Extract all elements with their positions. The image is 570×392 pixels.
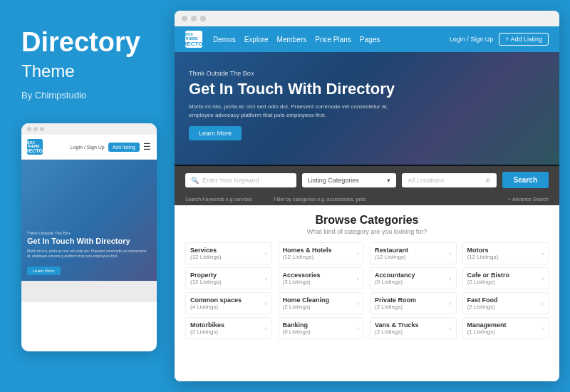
category-info: Homes & Hotels (12 Listings) — [283, 247, 332, 260]
search-input-wrap[interactable]: 🔍 Enter Your Keyword — [185, 173, 296, 187]
category-name: Property — [190, 272, 222, 279]
chevron-right-icon: › — [542, 325, 544, 332]
mobile-login[interactable]: Login / Sign Up — [71, 145, 105, 150]
category-info: Services (12 Listings) — [190, 247, 222, 260]
desktop-nav-right: Login / Sign Up + Add Listing — [450, 33, 549, 46]
mobile-logo-top: BOX THEME — [27, 141, 43, 148]
category-info: Management (1 Listings) — [467, 321, 507, 335]
mobile-hero-small: Think Outside The Box — [27, 231, 151, 235]
category-count: (12 Listings) — [467, 254, 499, 260]
mobile-add-button[interactable]: Add listing — [108, 143, 140, 152]
nav-price-plans[interactable]: Price Plans — [315, 36, 351, 43]
category-info: Common spaces (4 Listings) — [190, 296, 242, 310]
chevron-right-icon: › — [357, 275, 359, 282]
mobile-logo: BOX THEME DIRECTORY — [27, 139, 43, 155]
desktop-hero-button[interactable]: Learn More — [189, 126, 242, 140]
nav-pages[interactable]: Pages — [360, 36, 380, 43]
chevron-down-icon: ▾ — [387, 177, 390, 184]
category-count: (4 Listings) — [190, 304, 242, 310]
mobile-hero-title: Get In Touch With Directory — [27, 237, 151, 246]
mobile-nav-right: Login / Sign Up Add listing ☰ — [71, 142, 151, 152]
categories-title: Browse Categories — [185, 214, 549, 227]
category-item[interactable]: Private Room (2 Listings) › — [370, 292, 457, 314]
chevron-right-icon: › — [357, 250, 359, 257]
category-count: (1 Listings) — [467, 329, 507, 335]
category-name: Motors — [467, 247, 499, 254]
category-item[interactable]: Banking (0 Listings) › — [278, 317, 365, 339]
category-item[interactable]: Common spaces (4 Listings) › — [185, 292, 272, 314]
search-input-placeholder: Enter Your Keyword — [202, 177, 259, 184]
titlebar-dot1 — [182, 16, 187, 21]
mobile-nav: BOX THEME DIRECTORY Login / Sign Up Add … — [21, 135, 157, 160]
category-count: (2 Listings) — [467, 279, 510, 285]
nav-demos[interactable]: Demos — [213, 36, 236, 43]
mobile-logo-icon: BOX THEME DIRECTORY — [27, 139, 43, 155]
category-count: (0 Listings) — [283, 329, 311, 335]
desktop-login-link[interactable]: Login / Sign Up — [450, 36, 494, 43]
category-name: Home Cleaning — [283, 296, 330, 304]
category-item[interactable]: Vans & Trucks (2 Listings) › — [370, 317, 457, 339]
category-item[interactable]: Accountancy (0 Listings) › — [370, 267, 457, 289]
desktop-hero-small: Think Outside The Box — [189, 70, 545, 77]
category-item[interactable]: Home Cleaning (2 Listings) › — [278, 292, 365, 314]
chevron-right-icon: › — [450, 275, 452, 282]
mobile-hero-button[interactable]: Learn More — [27, 267, 61, 275]
category-count: (12 Listings) — [375, 254, 408, 260]
chevron-right-icon: › — [542, 275, 544, 282]
mobile-titlebar — [21, 123, 157, 135]
desktop-search-bar: 🔍 Enter Your Keyword Listing Categories … — [175, 165, 559, 195]
category-item[interactable]: Property (12 Listings) › — [185, 267, 272, 289]
desktop-logo-top: BOX THEME — [185, 32, 202, 41]
desktop-hero-title: Get In Touch With Directory — [189, 80, 545, 98]
category-item[interactable]: Cafe or Bistro (2 Listings) › — [462, 267, 549, 289]
categories-grid: Services (12 Listings) › Homes & Hotels … — [185, 242, 549, 339]
search-button[interactable]: Search — [502, 172, 549, 188]
titlebar-dot2 — [191, 16, 197, 21]
category-item[interactable]: Accessories (3 Listings) › — [278, 267, 365, 289]
desktop-hero: Think Outside The Box Get In Touch With … — [175, 52, 559, 166]
category-name: Services — [190, 247, 222, 254]
listing-categories-select[interactable]: Listing Categories ▾ — [302, 173, 396, 187]
mobile-menu-icon[interactable]: ☰ — [143, 142, 151, 152]
title: Directory — [21, 29, 150, 56]
category-count: (2 Listings) — [283, 304, 330, 310]
chevron-right-icon: › — [542, 300, 544, 307]
category-name: Fast Food — [467, 296, 498, 304]
right-panel: BOX THEME DIRECTORY Demos Explore Member… — [171, 0, 570, 392]
category-item[interactable]: Fast Food (2 Listings) › — [462, 292, 549, 314]
chevron-right-icon: › — [265, 325, 267, 332]
desktop-add-button[interactable]: + Add Listing — [499, 33, 549, 46]
category-count: (12 Listings) — [283, 254, 332, 260]
titlebar-dot3 — [200, 16, 206, 21]
search-hint-keywords: Search Keywords e.g services — [185, 197, 252, 202]
desktop-logo: BOX THEME DIRECTORY — [185, 31, 202, 48]
categories-subtitle: What kind of category are you looking fo… — [185, 228, 549, 235]
category-item[interactable]: Motors (12 Listings) › — [462, 242, 549, 264]
category-item[interactable]: Homes & Hotels (12 Listings) › — [278, 242, 365, 264]
search-icon: 🔍 — [191, 177, 199, 184]
mobile-hero-content: Think Outside The Box Get In Touch With … — [27, 231, 151, 275]
desktop-titlebar — [175, 11, 559, 26]
categories-section: Browse Categories What kind of category … — [175, 205, 559, 381]
nav-members[interactable]: Members — [277, 36, 307, 43]
category-count: (0 Listings) — [375, 279, 415, 285]
left-panel: Directory Theme By Chimpstudio BOX THEME… — [0, 0, 171, 392]
location-icon: ⊕ — [485, 177, 491, 184]
by-line: By Chimpstudio — [21, 90, 150, 100]
category-item[interactable]: Management (1 Listings) › — [462, 317, 549, 339]
search-hint-filter: Filter by categories e.g. accessories, p… — [274, 197, 366, 202]
listing-categories-label: Listing Categories — [308, 177, 359, 184]
mobile-hero: Think Outside The Box Get In Touch With … — [21, 160, 157, 281]
mobile-bottom — [21, 281, 157, 302]
category-count: (2 Listings) — [375, 329, 419, 335]
category-item[interactable]: Services (12 Listings) › — [185, 242, 272, 264]
desktop-logo-main: DIRECTORY — [177, 41, 211, 47]
category-name: Homes & Hotels — [283, 247, 332, 254]
location-input[interactable]: All Locations ⊕ — [402, 173, 496, 187]
category-item[interactable]: Motorbikes (2 Listings) › — [185, 317, 272, 339]
category-count: (2 Listings) — [190, 329, 224, 335]
category-item[interactable]: Restaurant (12 Listings) › — [370, 242, 457, 264]
category-count: (12 Listings) — [190, 254, 222, 260]
advance-search-link[interactable]: + Advance Search — [508, 197, 549, 202]
nav-explore[interactable]: Explore — [244, 36, 269, 43]
